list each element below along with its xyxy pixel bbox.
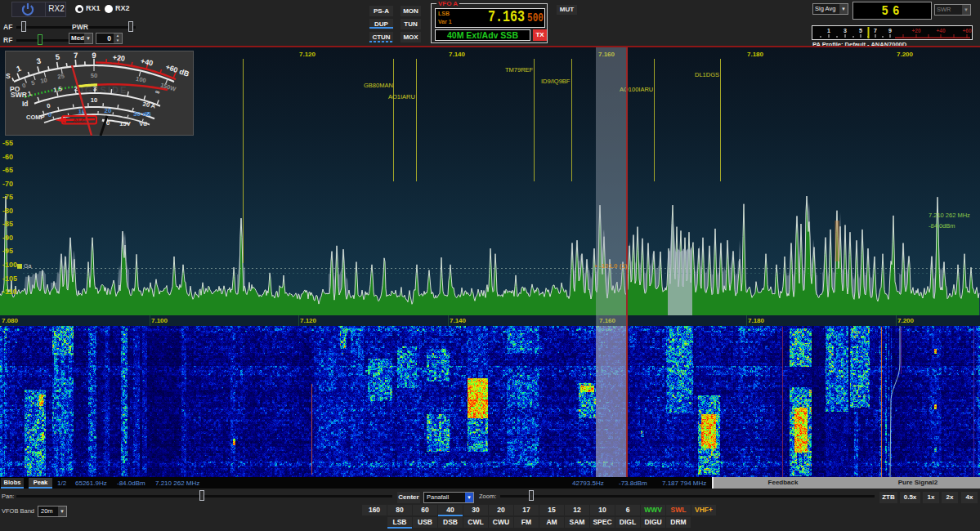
svg-text:10: 10 — [39, 76, 47, 85]
svg-text:25: 25 — [57, 72, 65, 80]
svg-text:0: 0 — [48, 111, 52, 118]
svg-text:1: 1 — [15, 63, 22, 73]
svg-text:3: 3 — [35, 56, 42, 66]
svg-text:DG8SIDE: DG8SIDE — [77, 85, 128, 95]
svg-text:15V: 15V — [119, 120, 130, 127]
svg-text:+60: +60 — [962, 28, 971, 33]
svg-text:9: 9 — [888, 28, 892, 33]
svg-text:100: 100 — [135, 75, 146, 84]
svg-text:7: 7 — [874, 28, 877, 33]
svg-text:+20: +20 — [112, 53, 125, 63]
svg-text:20 A: 20 A — [142, 100, 157, 110]
svg-text:1: 1 — [27, 90, 32, 98]
svg-text:30 dB: 30 dB — [133, 110, 151, 118]
svg-text:+40: +40 — [936, 28, 945, 33]
svg-text:3: 3 — [93, 85, 96, 92]
svg-text:20: 20 — [105, 107, 112, 114]
svg-text:0: 0 — [21, 82, 27, 90]
svg-text:0: 0 — [46, 102, 51, 110]
svg-text:Id: Id — [22, 100, 29, 108]
svg-text:1.5: 1.5 — [53, 85, 63, 94]
svg-text:5: 5 — [55, 52, 60, 62]
svg-text:5: 5 — [30, 79, 35, 87]
svg-text:Vd: Vd — [139, 120, 147, 127]
svg-text:S: S — [6, 72, 11, 80]
svg-text:ALC: ALC — [73, 117, 86, 124]
svg-text:50: 50 — [91, 72, 97, 79]
svg-text:10: 10 — [91, 96, 97, 104]
svg-text:COMP: COMP — [26, 114, 45, 121]
svg-text:3: 3 — [844, 28, 847, 33]
svg-text:+20: +20 — [911, 28, 920, 33]
svg-text:5: 5 — [859, 28, 862, 33]
svg-text:+40: +40 — [140, 56, 154, 67]
svg-text:150W: 150W — [159, 81, 177, 93]
svg-text:7: 7 — [74, 51, 78, 60]
svg-text:SWR: SWR — [11, 91, 27, 99]
svg-text:1: 1 — [827, 28, 830, 33]
svg-text:9: 9 — [92, 51, 96, 60]
svg-text:∞: ∞ — [154, 88, 161, 96]
